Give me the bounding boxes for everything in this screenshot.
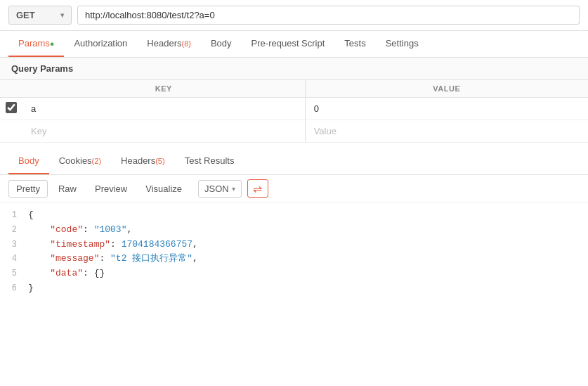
- line-number: 5: [0, 266, 28, 281]
- tab-params[interactable]: Params●: [8, 31, 64, 57]
- format-bar: Pretty Raw Preview Visualize JSON ▾ ⇌: [0, 175, 588, 202]
- param-key-cell: [22, 98, 305, 120]
- col-key-header: KEY: [22, 80, 305, 98]
- line-number: 3: [0, 238, 28, 252]
- col-checkbox-header: [0, 80, 22, 98]
- param-value-input[interactable]: [311, 102, 582, 115]
- format-visualize-button[interactable]: Visualize: [138, 180, 190, 198]
- table-row-empty: [0, 120, 588, 143]
- empty-value-cell: [305, 120, 588, 143]
- tab-body[interactable]: Body: [201, 31, 242, 57]
- line-number: 6: [0, 281, 28, 295]
- code-line-3: 3 "timestamp": 1704184366757,: [0, 238, 588, 252]
- url-input[interactable]: [77, 6, 580, 25]
- param-checkbox[interactable]: [6, 102, 17, 113]
- code-line-1: 1 {: [0, 208, 588, 223]
- json-format-selector[interactable]: JSON ▾: [198, 180, 242, 198]
- format-preview-button[interactable]: Preview: [87, 180, 135, 198]
- wrap-button[interactable]: ⇌: [247, 179, 268, 198]
- tab-prerequest[interactable]: Pre-request Script: [242, 31, 335, 57]
- format-raw-button[interactable]: Raw: [51, 180, 84, 198]
- headers-badge: (8): [181, 39, 190, 48]
- wrap-icon: ⇌: [253, 182, 262, 195]
- tab-response-headers[interactable]: Headers(5): [111, 148, 175, 174]
- query-params-section: Query Params KEY VALUE: [0, 58, 588, 143]
- code-line-4: 4 "message": "t2 接口执行异常",: [0, 252, 588, 266]
- params-table: KEY VALUE: [0, 80, 588, 143]
- empty-value-input[interactable]: [311, 124, 582, 138]
- tab-authorization[interactable]: Authorization: [64, 31, 137, 57]
- code-view: 1 { 2 "code": "1003", 3 "timestamp": 170…: [0, 202, 588, 302]
- param-checkbox-cell: [0, 98, 22, 120]
- code-line-5: 5 "data": {}: [0, 266, 588, 281]
- json-chevron-icon: ▾: [232, 185, 235, 193]
- tab-headers[interactable]: Headers(8): [137, 31, 201, 57]
- code-line-2: 2 "code": "1003",: [0, 223, 588, 238]
- tab-test-results[interactable]: Test Results: [175, 148, 244, 174]
- param-key-input[interactable]: [28, 102, 299, 115]
- table-row: [0, 98, 588, 120]
- code-line-6: 6 }: [0, 281, 588, 296]
- format-pretty-button[interactable]: Pretty: [8, 180, 48, 198]
- chevron-down-icon: ▾: [60, 11, 64, 19]
- col-value-header: VALUE: [305, 80, 588, 98]
- tab-settings[interactable]: Settings: [376, 31, 429, 57]
- tab-response-body[interactable]: Body: [8, 148, 49, 174]
- param-value-cell: [305, 98, 588, 120]
- empty-key-input[interactable]: [28, 124, 299, 138]
- line-number: 2: [0, 223, 28, 237]
- response-headers-badge: (5): [155, 157, 164, 165]
- query-params-label: Query Params: [0, 58, 588, 80]
- url-bar: GET ▾: [0, 0, 588, 31]
- params-badge: ●: [50, 39, 55, 48]
- line-number: 4: [0, 252, 28, 266]
- tab-tests[interactable]: Tests: [334, 31, 375, 57]
- line-number: 1: [0, 208, 28, 222]
- empty-checkbox-cell: [0, 120, 22, 143]
- empty-key-cell: [22, 120, 305, 143]
- request-tabs: Params● Authorization Headers(8) Body Pr…: [0, 31, 588, 58]
- method-dropdown[interactable]: GET ▾: [8, 6, 72, 25]
- response-tabs: Body Cookies(2) Headers(5) Test Results: [0, 148, 588, 175]
- json-format-label: JSON: [204, 184, 229, 194]
- method-label: GET: [16, 10, 35, 20]
- tab-response-cookies[interactable]: Cookies(2): [49, 148, 111, 174]
- cookies-badge: (2): [92, 157, 101, 165]
